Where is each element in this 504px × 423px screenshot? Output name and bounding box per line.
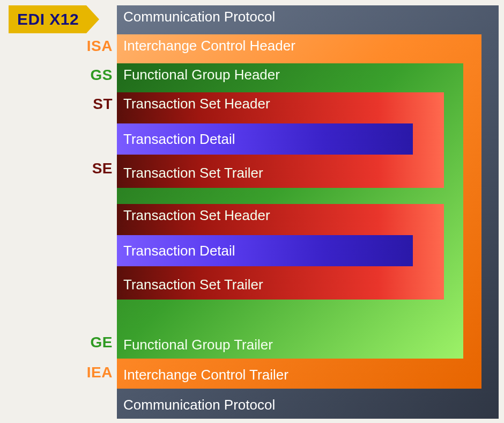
gs-footer: Functional Group Trailer bbox=[123, 337, 273, 353]
code-st: ST bbox=[80, 97, 113, 112]
code-ge: GE bbox=[80, 335, 113, 350]
st2-header: Transaction Set Header bbox=[123, 207, 270, 224]
diagram-stage: Communication Protocol Communication Pro… bbox=[117, 5, 499, 419]
envelope-transaction-set-2: Transaction Set Header Transaction Detai… bbox=[117, 204, 444, 300]
envelope-interchange: Interchange Control Header Interchange C… bbox=[117, 34, 481, 389]
title-text: EDI X12 bbox=[9, 5, 86, 33]
st2-detail: Transaction Detail bbox=[117, 243, 235, 259]
isa-footer: Interchange Control Trailer bbox=[123, 367, 288, 383]
st1-detail: Transaction Detail bbox=[117, 131, 235, 148]
envelope-communication: Communication Protocol Communication Pro… bbox=[117, 5, 499, 419]
arrow-tip-icon bbox=[86, 5, 99, 33]
comm-footer: Communication Protocol bbox=[123, 397, 275, 413]
comm-header: Communication Protocol bbox=[123, 9, 275, 25]
code-isa: ISA bbox=[80, 39, 113, 54]
code-se: SE bbox=[80, 161, 113, 176]
st2-footer: Transaction Set Trailer bbox=[123, 276, 263, 293]
code-gs: GS bbox=[80, 68, 113, 83]
isa-header: Interchange Control Header bbox=[123, 38, 295, 54]
envelope-transaction-set-1: Transaction Set Header Transaction Detai… bbox=[117, 92, 444, 188]
st2-detail-band: Transaction Detail bbox=[117, 235, 413, 266]
code-iea: IEA bbox=[80, 365, 113, 380]
envelope-functional-group: Functional Group Header Functional Group… bbox=[117, 63, 463, 359]
st1-header: Transaction Set Header bbox=[123, 96, 270, 112]
st1-footer: Transaction Set Trailer bbox=[123, 165, 263, 181]
gs-header: Functional Group Header bbox=[123, 67, 280, 83]
title-arrow: EDI X12 bbox=[9, 5, 99, 33]
st1-detail-band: Transaction Detail bbox=[117, 123, 413, 155]
